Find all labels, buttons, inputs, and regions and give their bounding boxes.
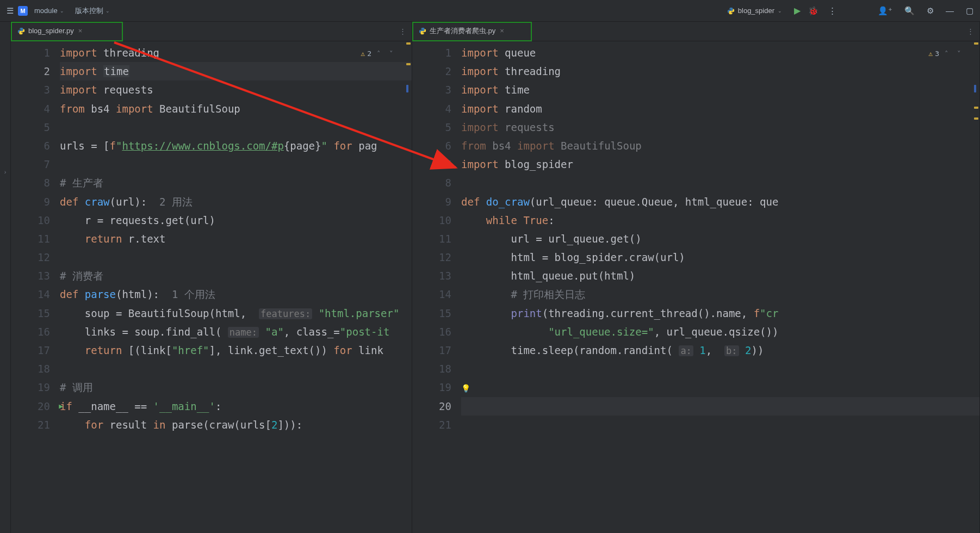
tab-options-icon[interactable]: ⋮ xyxy=(394,27,412,35)
warning-icon: ⚠ xyxy=(929,45,933,63)
run-button[interactable]: ▶ xyxy=(794,5,801,16)
intention-bulb-icon[interactable]: 💡 xyxy=(461,384,470,393)
python-file-icon xyxy=(727,7,735,15)
search-icon[interactable]: 🔍 xyxy=(902,4,917,18)
scrollbar-right[interactable] xyxy=(973,41,979,533)
line-number: 16 xyxy=(11,323,50,341)
scrollbar-left[interactable] xyxy=(405,41,412,533)
project-dropdown[interactable]: module ⌄ xyxy=(30,4,69,17)
code-line[interactable]: import threading xyxy=(60,44,412,62)
code-line[interactable] xyxy=(60,118,412,137)
more-actions-icon[interactable]: ⋮ xyxy=(826,4,839,18)
code-line[interactable]: import threading xyxy=(461,62,979,80)
close-tab-icon[interactable]: × xyxy=(78,27,83,35)
code-line[interactable] xyxy=(461,360,979,378)
code-line[interactable]: # 调用 xyxy=(60,378,412,396)
line-number: 11 xyxy=(412,230,451,248)
line-number: 9 xyxy=(11,193,50,211)
line-number: 6 xyxy=(11,137,50,155)
code-line[interactable]: r = requests.get(url) xyxy=(60,211,412,230)
line-number: 1 xyxy=(11,44,50,62)
line-number: 19 xyxy=(11,378,50,396)
line-number: 11 xyxy=(11,230,50,248)
code-line[interactable]: # 打印相关日志 xyxy=(461,285,979,303)
code-line[interactable]: urls = [f"https://www.cnblogs.com/#p{pag… xyxy=(60,137,412,155)
code-line[interactable]: time.sleep(random.randint( a: 1, b: 2)) xyxy=(461,341,979,360)
line-number: 5 xyxy=(11,118,50,137)
code-line[interactable]: def do_craw(url_queue: queue.Queue, html… xyxy=(461,193,979,211)
code-line[interactable]: "url_queue.size=", url_queue.qsize()) xyxy=(461,323,979,341)
warning-count: 3 xyxy=(935,45,939,63)
line-number: 4 xyxy=(11,100,50,118)
line-number: 14 xyxy=(11,285,50,303)
line-number: 7 xyxy=(11,155,50,173)
code-line[interactable]: soup = BeautifulSoup(html, features: "ht… xyxy=(60,304,412,323)
code-left[interactable]: import threadingimport timeimport reques… xyxy=(60,41,412,533)
code-line[interactable]: html_queue.put(html) xyxy=(461,266,979,285)
code-line[interactable] xyxy=(461,416,979,434)
code-line[interactable]: import random xyxy=(461,100,979,118)
code-line[interactable]: while True: xyxy=(461,211,979,230)
code-line[interactable]: def craw(url): 2 用法 xyxy=(60,193,412,211)
code-line[interactable] xyxy=(60,248,412,266)
run-config-selector[interactable]: blog_spider ⌄ xyxy=(723,5,786,16)
line-number: 15 xyxy=(11,304,50,323)
code-line[interactable]: 💡 xyxy=(461,378,979,396)
code-line[interactable]: links = soup.find_all( name: "a", class_… xyxy=(60,323,412,341)
code-with-me-icon[interactable]: 👤⁺ xyxy=(876,4,895,18)
code-line[interactable]: return [(link["href"], link.get_text()) … xyxy=(60,341,412,360)
inspection-badge[interactable]: ⚠ 2 ˄ ˅ xyxy=(361,45,395,63)
minimize-icon[interactable]: — xyxy=(944,4,956,17)
code-line[interactable] xyxy=(60,360,412,378)
line-number: 18 xyxy=(11,360,50,378)
inspection-badge[interactable]: ⚠ 3 ˄ ˅ xyxy=(929,45,963,63)
code-line[interactable]: import time xyxy=(60,62,412,80)
chevron-down-icon: ⌄ xyxy=(778,8,782,14)
code-line[interactable]: # 消费者 xyxy=(60,266,412,285)
code-line[interactable] xyxy=(461,173,979,192)
settings-icon[interactable]: ⚙ xyxy=(925,4,936,18)
maximize-icon[interactable]: ▢ xyxy=(964,4,976,18)
tab-blog-spider[interactable]: blog_spider.py × xyxy=(11,22,89,41)
vcs-dropdown[interactable]: 版本控制 ⌄ xyxy=(71,4,114,18)
nav-arrows[interactable]: ˄ ˅ xyxy=(377,45,395,63)
main-area: › blog_spider.py × ⋮ ⚠ 2 ˄ ˅ 12345678910… xyxy=(0,22,980,533)
code-line[interactable]: if __name__ == '__main__': xyxy=(60,397,412,416)
code-line[interactable]: return r.text xyxy=(60,230,412,248)
line-number: 8 xyxy=(412,173,451,192)
code-line[interactable] xyxy=(461,397,979,416)
code-line[interactable]: import time xyxy=(461,80,979,99)
code-area-right[interactable]: ⚠ 3 ˄ ˅ 12345678910111213141516171819202… xyxy=(412,41,979,533)
tab-options-icon[interactable]: ⋮ xyxy=(962,27,979,35)
code-line[interactable]: import blog_spider xyxy=(461,155,979,173)
line-number: 10 xyxy=(412,211,451,230)
code-line[interactable]: import requests xyxy=(461,118,979,137)
code-line[interactable]: url = url_queue.get() xyxy=(461,230,979,248)
main-menu-icon[interactable]: ☰ xyxy=(4,4,16,18)
line-number: 21 xyxy=(11,416,50,434)
tab-label: blog_spider.py xyxy=(28,27,74,35)
python-file-icon xyxy=(17,27,25,35)
debug-button[interactable]: 🐞 xyxy=(808,6,818,16)
code-line[interactable]: import requests xyxy=(60,80,412,99)
line-number: 13 xyxy=(412,266,451,285)
code-line[interactable]: from bs4 import BeautifulSoup xyxy=(461,137,979,155)
tab-producer-consumer[interactable]: 生产者消费者爬虫.py × xyxy=(412,22,511,41)
line-number: 15 xyxy=(412,304,451,323)
code-line[interactable]: from bs4 import BeautifulSoup xyxy=(60,100,412,118)
code-area-left[interactable]: ⚠ 2 ˄ ˅ 1234567891011121314151617181920▶… xyxy=(11,41,412,533)
run-gutter-icon[interactable]: ▶ xyxy=(59,397,63,416)
code-line[interactable]: # 生产者 xyxy=(60,173,412,192)
code-line[interactable] xyxy=(60,155,412,173)
line-number: 7 xyxy=(412,155,451,173)
code-line[interactable]: print(threading.current_thread().name, f… xyxy=(461,304,979,323)
nav-arrows[interactable]: ˄ ˅ xyxy=(945,45,963,63)
code-line[interactable]: import queue xyxy=(461,44,979,62)
expand-sidebar-icon[interactable]: › xyxy=(0,22,10,175)
close-tab-icon[interactable]: × xyxy=(500,27,504,35)
code-line[interactable]: for result in parse(craw(urls[2])): xyxy=(60,416,412,434)
code-right[interactable]: import queueimport threadingimport timei… xyxy=(461,41,979,533)
code-line[interactable]: def parse(html): 1 个用法 xyxy=(60,285,412,303)
top-left-group: ☰ M module ⌄ 版本控制 ⌄ xyxy=(4,4,114,18)
code-line[interactable]: html = blog_spider.craw(url) xyxy=(461,248,979,266)
